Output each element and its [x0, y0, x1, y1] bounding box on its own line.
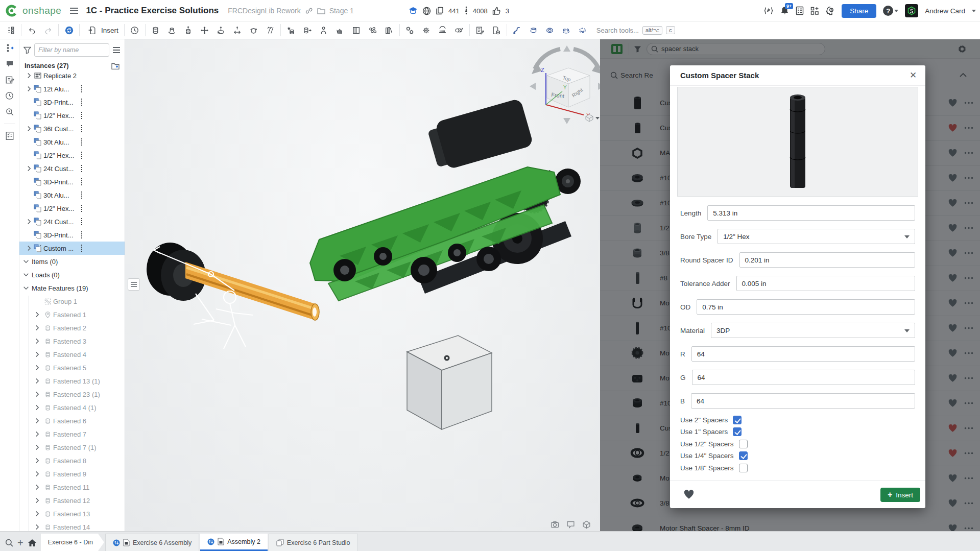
tree-item-row[interactable]: 1/2" Hex... — [19, 149, 125, 162]
view-cube-menu[interactable] — [585, 114, 600, 122]
tree-item-row[interactable]: Fastened 3 — [19, 334, 125, 348]
export-tool-icon[interactable] — [490, 23, 503, 37]
help-icon[interactable]: ? — [883, 6, 893, 16]
tree-item-row[interactable]: Replicate 2 — [19, 69, 125, 82]
onshape-logo-icon[interactable] — [5, 4, 18, 17]
assembly-structure-icon[interactable] — [4, 23, 17, 37]
share-button[interactable]: Share — [842, 4, 876, 18]
notes-panel-icon[interactable] — [5, 75, 14, 84]
use-1-8-spacers-checkbox[interactable] — [739, 464, 748, 472]
chevron-right-icon[interactable] — [26, 125, 33, 132]
chevron-right-icon[interactable] — [34, 351, 41, 358]
copies-icon[interactable] — [436, 7, 444, 15]
home-icon[interactable] — [28, 539, 37, 547]
chevron-down-icon[interactable] — [22, 258, 30, 265]
snapshot-icon[interactable] — [551, 520, 559, 529]
update-linked-icon[interactable] — [62, 23, 76, 37]
copy-link-icon[interactable] — [305, 7, 313, 15]
drag-handle-icon[interactable] — [81, 164, 83, 174]
gear-tool-icon[interactable] — [420, 23, 433, 37]
chevron-right-icon[interactable] — [26, 165, 33, 172]
tolerance-adder-input[interactable]: 0.005 in — [736, 276, 915, 291]
cylindrical-mate-icon[interactable] — [214, 23, 228, 37]
drag-handle-icon[interactable] — [81, 98, 83, 108]
filter-icon[interactable] — [23, 46, 31, 54]
tree-item-row[interactable]: Fastened 4 (1) — [19, 401, 125, 414]
chevron-right-icon[interactable] — [34, 338, 41, 345]
tree-item-row[interactable]: Fastened 9 — [19, 467, 125, 481]
search-tabs-icon[interactable] — [5, 539, 13, 547]
chevron-right-icon[interactable] — [34, 484, 41, 491]
bom-panel-icon[interactable] — [5, 131, 14, 140]
ball-mate-icon[interactable] — [247, 23, 260, 37]
history-panel-icon[interactable] — [5, 91, 14, 100]
tree-item-row[interactable]: Fastened 12 — [19, 494, 125, 507]
use-1-4-spacers-checkbox[interactable] — [739, 451, 748, 460]
search-tools[interactable]: Search tools...alt/⌥c — [596, 26, 675, 35]
fastened-mate-icon[interactable] — [149, 23, 162, 37]
list-view-icon[interactable] — [112, 46, 121, 54]
tree-item-row[interactable]: Fastened 4 — [19, 348, 125, 361]
rack-pinion-icon[interactable] — [436, 23, 449, 37]
view-cube[interactable]: Top Front Right Z X Y — [530, 45, 600, 124]
bore-type-select[interactable]: 1/2" Hex — [718, 229, 915, 244]
undo-icon[interactable] — [25, 23, 38, 37]
tree-item-row[interactable]: 3D-Print... — [19, 95, 125, 109]
tree-item-row[interactable]: Fastened 2 — [19, 321, 125, 334]
chevron-right-icon[interactable] — [34, 404, 41, 411]
parallel-mate-icon[interactable] — [264, 23, 277, 37]
tree-item-row[interactable]: 30t Alu... — [19, 135, 125, 149]
r-input[interactable]: 64 — [691, 346, 915, 362]
public-icon[interactable] — [422, 7, 431, 15]
user-menu-caret-icon[interactable] — [972, 10, 976, 12]
drag-handle-icon[interactable] — [81, 204, 83, 214]
chevron-right-icon[interactable] — [34, 444, 41, 451]
belt-tool-icon[interactable] — [452, 23, 466, 37]
drag-handle-icon[interactable] — [81, 111, 83, 121]
tree-item-row[interactable]: 1/2" Hex... — [19, 202, 125, 215]
help-menu[interactable]: ? — [883, 6, 898, 16]
hidden-instances-flyout[interactable] — [128, 278, 140, 291]
notifications-bell-icon[interactable]: 9+ — [780, 6, 789, 15]
tab-exercise-6-assembly[interactable]: Exercise 6 Assembly — [105, 534, 199, 551]
chevron-right-icon[interactable] — [26, 72, 33, 79]
tree-item-row[interactable]: Fastened 13 — [19, 507, 125, 520]
tree-section-row[interactable]: Loads (0) — [19, 268, 125, 281]
material-select[interactable]: 3DP — [711, 323, 915, 338]
b-input[interactable]: 64 — [691, 393, 915, 409]
pin-slot-mate-icon[interactable] — [231, 23, 244, 37]
feedback-icon[interactable] — [566, 520, 575, 529]
tree-item-row[interactable]: Fastened 14 — [19, 520, 125, 531]
assistant-icon[interactable] — [826, 6, 835, 15]
create-folder-icon[interactable] — [111, 62, 119, 69]
od-input[interactable]: 0.75 in — [697, 299, 915, 315]
g-input[interactable]: 64 — [692, 370, 915, 385]
use-1-2-spacers-checkbox[interactable] — [739, 440, 748, 448]
tree-item-row[interactable]: 24t Cust... — [19, 162, 125, 175]
loop-tool-icon[interactable] — [527, 23, 540, 37]
length-input[interactable]: 5.313 in — [707, 205, 915, 221]
tree-item-row[interactable]: Fastened 1 — [19, 308, 125, 321]
chevron-right-icon[interactable] — [34, 391, 41, 398]
chevron-right-icon[interactable] — [34, 377, 41, 385]
insert-part-button[interactable]: + Insert — [880, 488, 920, 502]
tree-item-row[interactable]: 3D-Print... — [19, 175, 125, 188]
tree-section-row[interactable]: Mate Features (19) — [19, 281, 125, 295]
group-tool-icon[interactable] — [284, 23, 298, 37]
chevron-right-icon[interactable] — [26, 245, 33, 252]
drag-handle-icon[interactable] — [81, 125, 83, 134]
insert-button[interactable]: Insert — [83, 23, 121, 37]
use-2-spacers-checkbox[interactable] — [733, 416, 742, 424]
feature-script-icon[interactable] — [763, 7, 774, 15]
drag-handle-icon[interactable] — [81, 138, 83, 148]
tree-item-row[interactable]: 24t Cust... — [19, 215, 125, 228]
revolute-mate-icon[interactable] — [165, 23, 179, 37]
user-name[interactable]: Andrew Card — [925, 7, 965, 15]
tree-item-row[interactable]: 30t Alu... — [19, 188, 125, 202]
chevron-right-icon[interactable] — [34, 311, 41, 318]
tree-item-row[interactable]: 1/2" Hex... — [19, 109, 125, 122]
tree-item-row[interactable]: Fastened 23 (1) — [19, 388, 125, 401]
apps-grid-icon[interactable] — [810, 7, 819, 15]
versions-icon[interactable] — [464, 6, 468, 15]
tree-item-row[interactable]: Fastened 8 — [19, 454, 125, 467]
